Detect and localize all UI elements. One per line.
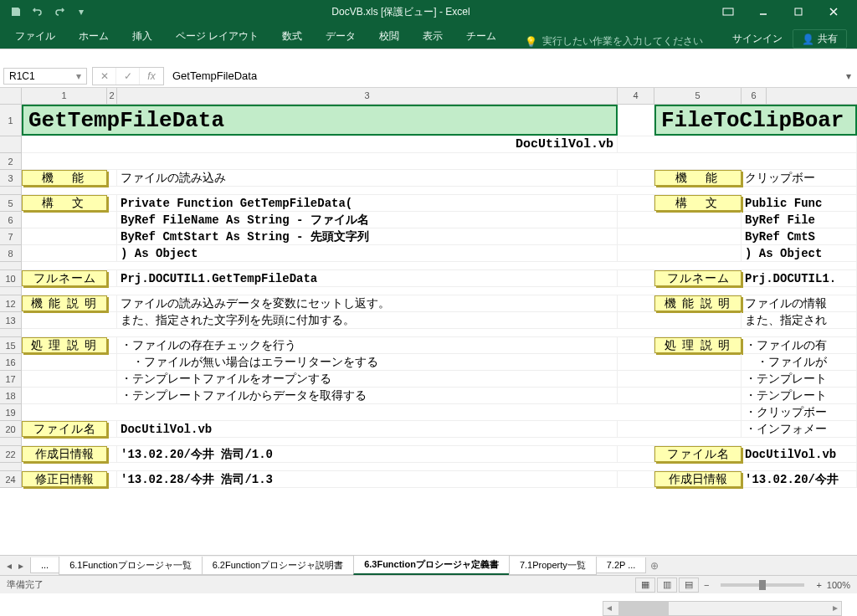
scroll-right-icon[interactable]: ▸ (829, 602, 841, 615)
cell[interactable] (22, 388, 117, 403)
label-sakusei[interactable]: 作成日情報 (22, 446, 107, 462)
label-koubun[interactable]: 構 文 (22, 195, 107, 211)
cell[interactable]: ByRef FileName As String - ファイル名 (117, 212, 618, 228)
cell[interactable] (22, 187, 857, 194)
label-kinou-setsu[interactable]: 機 能 説 明 (22, 295, 107, 311)
cell[interactable] (22, 463, 857, 470)
row-header[interactable]: 17 (0, 371, 22, 388)
row-header[interactable] (0, 136, 22, 153)
cell[interactable] (22, 228, 117, 244)
horizontal-scrollbar[interactable]: ◂ ▸ (603, 601, 842, 616)
tab-nav-next-icon[interactable]: ▸ (18, 560, 23, 572)
cell[interactable] (22, 438, 857, 445)
cell[interactable]: ・ファイルの有 (742, 337, 857, 353)
new-sheet-icon[interactable]: ⊕ (650, 560, 659, 572)
expand-formula-icon[interactable]: ▾ (840, 70, 857, 82)
col-header[interactable]: 5 (654, 88, 742, 104)
cell[interactable] (107, 471, 117, 487)
cell[interactable] (107, 446, 117, 462)
formula-input[interactable] (166, 68, 840, 84)
cell[interactable] (618, 295, 654, 311)
cell[interactable]: ) As Object (742, 245, 857, 261)
close-icon[interactable] (817, 0, 850, 23)
row-header[interactable]: 19 (0, 404, 22, 421)
cell[interactable] (22, 262, 857, 270)
label-sakusei-2[interactable]: 作成日情報 (654, 471, 742, 487)
cell[interactable] (618, 446, 654, 462)
row-header[interactable]: 10 (0, 270, 22, 287)
label-shori-setsu[interactable]: 処 理 説 明 (22, 337, 107, 353)
row-header[interactable] (0, 438, 22, 446)
zoom-level[interactable]: 100% (827, 580, 850, 590)
cancel-formula-icon[interactable]: ✕ (93, 68, 116, 85)
cell[interactable] (618, 212, 742, 228)
cell[interactable]: ByRef CmtStart As String - 先頭文字列 (117, 228, 618, 244)
sheet-tab[interactable]: 7.1Property一覧 (509, 557, 597, 575)
cell[interactable]: ・ファイルが無い場合はエラーリターンをする (117, 354, 618, 370)
cell[interactable]: ファイルの読み込み (117, 170, 618, 186)
cell[interactable]: ・テンプレート (742, 371, 857, 387)
row-header[interactable]: 12 (0, 295, 22, 312)
minimize-icon[interactable] (747, 0, 780, 23)
cell[interactable] (618, 245, 742, 261)
label-filename[interactable]: ファイル名 (22, 421, 107, 437)
cell[interactable] (22, 287, 857, 295)
cell[interactable] (618, 270, 654, 286)
tab-file[interactable]: ファイル (3, 24, 67, 49)
row-header[interactable]: 16 (0, 354, 22, 371)
cell[interactable]: ・テンプレート (742, 388, 857, 403)
cell[interactable] (22, 354, 117, 370)
cell[interactable]: また、指定され (742, 312, 857, 328)
zoom-slider[interactable] (721, 583, 804, 587)
cell[interactable]: '13.02.28/今井 浩司/1.3 (117, 471, 618, 487)
name-box[interactable]: R1C1 ▾ (3, 68, 87, 85)
cell[interactable] (618, 312, 742, 328)
row-header[interactable]: 20 (0, 421, 22, 438)
cell[interactable]: Private Function GetTempFileData( (117, 195, 618, 211)
cell[interactable] (618, 421, 742, 437)
cell[interactable]: ・クリップボー (742, 404, 857, 420)
cell[interactable] (618, 136, 857, 152)
cell[interactable] (22, 404, 742, 420)
cell[interactable]: ・ファイルが (742, 354, 857, 370)
cell[interactable]: Prj.DOCUTIL1.GetTempFileData (117, 270, 618, 286)
tab-pagelayout[interactable]: ページ レイアウト (164, 24, 270, 49)
label-kinou-setsu-2[interactable]: 機 能 説 明 (654, 295, 742, 311)
row-header[interactable]: 6 (0, 212, 22, 228)
cell[interactable] (107, 295, 117, 311)
cell[interactable]: Prj.DOCUTIL1. (742, 270, 857, 286)
label-shori-setsu-2[interactable]: 処 理 説 明 (654, 337, 742, 353)
row-header[interactable] (0, 463, 22, 471)
view-normal-icon[interactable]: ▦ (635, 578, 655, 593)
undo-icon[interactable] (28, 3, 47, 21)
row-header[interactable]: 5 (0, 195, 22, 212)
col-header[interactable]: 1 (22, 88, 107, 104)
row-header[interactable]: 13 (0, 312, 22, 329)
row-header[interactable]: 8 (0, 245, 22, 262)
cell[interactable]: ・テンプレートファイルをオープンする (117, 371, 618, 387)
tell-me[interactable]: 💡 実行したい作業を入力してください (525, 34, 703, 49)
sheet-tab[interactable]: ... (30, 557, 59, 573)
row-header[interactable]: 18 (0, 388, 22, 404)
sheet-tab[interactable]: 6.2Functionプロシージャ説明書 (202, 557, 354, 575)
view-break-icon[interactable]: ▤ (679, 578, 699, 593)
maximize-icon[interactable] (782, 0, 815, 23)
view-page-icon[interactable]: ▥ (657, 578, 677, 593)
cell[interactable]: ファイルの情報 (742, 295, 857, 311)
cell[interactable] (618, 195, 654, 211)
cell[interactable] (22, 312, 117, 328)
cell[interactable] (618, 354, 742, 370)
row-header[interactable]: 24 (0, 471, 22, 488)
cell[interactable]: '13.02.20/今井 (742, 471, 857, 487)
sheet-tab[interactable]: 7.2P ... (596, 557, 647, 573)
cell[interactable] (22, 245, 117, 261)
accept-formula-icon[interactable]: ✓ (116, 68, 140, 85)
row-header[interactable]: 22 (0, 446, 22, 463)
cell[interactable] (107, 337, 117, 353)
row-header[interactable] (0, 329, 22, 337)
cell[interactable]: DocUtilVol.vb (742, 446, 857, 462)
label-koubun-2[interactable]: 構 文 (654, 195, 742, 211)
cell[interactable] (618, 388, 742, 403)
row-header[interactable] (0, 262, 22, 270)
cell[interactable]: ・テンプレートファイルからデータを取得する (117, 388, 618, 403)
